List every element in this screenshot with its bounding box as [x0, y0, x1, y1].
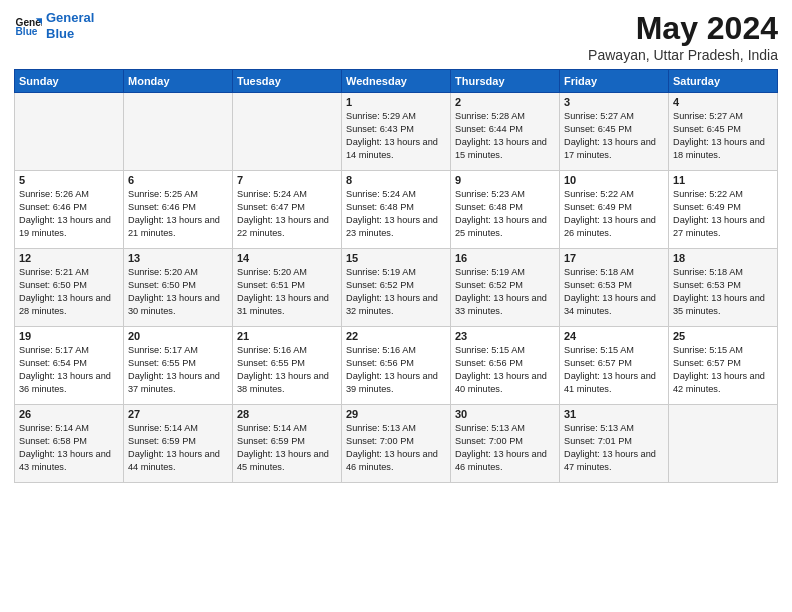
header: General Blue GeneralBlue May 2024 Pawaya… [14, 10, 778, 63]
day-info: Sunrise: 5:29 AMSunset: 6:43 PMDaylight:… [346, 110, 446, 162]
day-number: 31 [564, 408, 664, 420]
day-number: 19 [19, 330, 119, 342]
day-info: Sunrise: 5:26 AMSunset: 6:46 PMDaylight:… [19, 188, 119, 240]
day-cell: 4Sunrise: 5:27 AMSunset: 6:45 PMDaylight… [669, 93, 778, 171]
day-number: 6 [128, 174, 228, 186]
location: Pawayan, Uttar Pradesh, India [588, 47, 778, 63]
day-info: Sunrise: 5:15 AMSunset: 6:56 PMDaylight:… [455, 344, 555, 396]
day-info: Sunrise: 5:27 AMSunset: 6:45 PMDaylight:… [673, 110, 773, 162]
day-number: 25 [673, 330, 773, 342]
day-cell: 21Sunrise: 5:16 AMSunset: 6:55 PMDayligh… [233, 327, 342, 405]
col-thursday: Thursday [451, 70, 560, 93]
calendar-container: General Blue GeneralBlue May 2024 Pawaya… [0, 0, 792, 612]
day-cell: 18Sunrise: 5:18 AMSunset: 6:53 PMDayligh… [669, 249, 778, 327]
day-info: Sunrise: 5:20 AMSunset: 6:50 PMDaylight:… [128, 266, 228, 318]
day-number: 27 [128, 408, 228, 420]
day-cell: 23Sunrise: 5:15 AMSunset: 6:56 PMDayligh… [451, 327, 560, 405]
day-number: 5 [19, 174, 119, 186]
col-friday: Friday [560, 70, 669, 93]
day-number: 2 [455, 96, 555, 108]
logo-text: GeneralBlue [46, 10, 94, 41]
day-number: 13 [128, 252, 228, 264]
col-monday: Monday [124, 70, 233, 93]
day-info: Sunrise: 5:27 AMSunset: 6:45 PMDaylight:… [564, 110, 664, 162]
day-number: 17 [564, 252, 664, 264]
day-cell: 16Sunrise: 5:19 AMSunset: 6:52 PMDayligh… [451, 249, 560, 327]
day-info: Sunrise: 5:22 AMSunset: 6:49 PMDaylight:… [673, 188, 773, 240]
week-row-5: 26Sunrise: 5:14 AMSunset: 6:58 PMDayligh… [15, 405, 778, 483]
day-cell: 17Sunrise: 5:18 AMSunset: 6:53 PMDayligh… [560, 249, 669, 327]
day-cell: 9Sunrise: 5:23 AMSunset: 6:48 PMDaylight… [451, 171, 560, 249]
day-info: Sunrise: 5:13 AMSunset: 7:00 PMDaylight:… [455, 422, 555, 474]
day-info: Sunrise: 5:24 AMSunset: 6:48 PMDaylight:… [346, 188, 446, 240]
col-wednesday: Wednesday [342, 70, 451, 93]
day-info: Sunrise: 5:17 AMSunset: 6:55 PMDaylight:… [128, 344, 228, 396]
day-number: 1 [346, 96, 446, 108]
month-title: May 2024 [588, 10, 778, 47]
day-cell: 5Sunrise: 5:26 AMSunset: 6:46 PMDaylight… [15, 171, 124, 249]
day-number: 29 [346, 408, 446, 420]
day-cell [669, 405, 778, 483]
day-info: Sunrise: 5:18 AMSunset: 6:53 PMDaylight:… [564, 266, 664, 318]
day-number: 16 [455, 252, 555, 264]
day-cell: 2Sunrise: 5:28 AMSunset: 6:44 PMDaylight… [451, 93, 560, 171]
day-info: Sunrise: 5:16 AMSunset: 6:55 PMDaylight:… [237, 344, 337, 396]
day-number: 3 [564, 96, 664, 108]
calendar-table: Sunday Monday Tuesday Wednesday Thursday… [14, 69, 778, 483]
day-number: 15 [346, 252, 446, 264]
day-cell: 27Sunrise: 5:14 AMSunset: 6:59 PMDayligh… [124, 405, 233, 483]
day-number: 26 [19, 408, 119, 420]
day-info: Sunrise: 5:21 AMSunset: 6:50 PMDaylight:… [19, 266, 119, 318]
day-cell: 25Sunrise: 5:15 AMSunset: 6:57 PMDayligh… [669, 327, 778, 405]
day-cell: 26Sunrise: 5:14 AMSunset: 6:58 PMDayligh… [15, 405, 124, 483]
day-info: Sunrise: 5:15 AMSunset: 6:57 PMDaylight:… [564, 344, 664, 396]
col-saturday: Saturday [669, 70, 778, 93]
day-number: 8 [346, 174, 446, 186]
day-cell: 19Sunrise: 5:17 AMSunset: 6:54 PMDayligh… [15, 327, 124, 405]
day-info: Sunrise: 5:13 AMSunset: 7:00 PMDaylight:… [346, 422, 446, 474]
day-number: 30 [455, 408, 555, 420]
week-row-2: 5Sunrise: 5:26 AMSunset: 6:46 PMDaylight… [15, 171, 778, 249]
day-number: 10 [564, 174, 664, 186]
col-tuesday: Tuesday [233, 70, 342, 93]
day-cell [233, 93, 342, 171]
title-area: May 2024 Pawayan, Uttar Pradesh, India [588, 10, 778, 63]
day-info: Sunrise: 5:24 AMSunset: 6:47 PMDaylight:… [237, 188, 337, 240]
day-info: Sunrise: 5:14 AMSunset: 6:59 PMDaylight:… [128, 422, 228, 474]
day-number: 18 [673, 252, 773, 264]
day-cell: 13Sunrise: 5:20 AMSunset: 6:50 PMDayligh… [124, 249, 233, 327]
day-cell: 11Sunrise: 5:22 AMSunset: 6:49 PMDayligh… [669, 171, 778, 249]
header-row: Sunday Monday Tuesday Wednesday Thursday… [15, 70, 778, 93]
day-info: Sunrise: 5:18 AMSunset: 6:53 PMDaylight:… [673, 266, 773, 318]
day-cell: 22Sunrise: 5:16 AMSunset: 6:56 PMDayligh… [342, 327, 451, 405]
svg-text:Blue: Blue [16, 26, 38, 37]
day-number: 23 [455, 330, 555, 342]
day-info: Sunrise: 5:17 AMSunset: 6:54 PMDaylight:… [19, 344, 119, 396]
week-row-1: 1Sunrise: 5:29 AMSunset: 6:43 PMDaylight… [15, 93, 778, 171]
day-info: Sunrise: 5:23 AMSunset: 6:48 PMDaylight:… [455, 188, 555, 240]
day-cell [15, 93, 124, 171]
day-cell: 7Sunrise: 5:24 AMSunset: 6:47 PMDaylight… [233, 171, 342, 249]
col-sunday: Sunday [15, 70, 124, 93]
day-info: Sunrise: 5:19 AMSunset: 6:52 PMDaylight:… [455, 266, 555, 318]
day-cell: 20Sunrise: 5:17 AMSunset: 6:55 PMDayligh… [124, 327, 233, 405]
day-cell: 3Sunrise: 5:27 AMSunset: 6:45 PMDaylight… [560, 93, 669, 171]
day-info: Sunrise: 5:28 AMSunset: 6:44 PMDaylight:… [455, 110, 555, 162]
day-cell: 31Sunrise: 5:13 AMSunset: 7:01 PMDayligh… [560, 405, 669, 483]
week-row-4: 19Sunrise: 5:17 AMSunset: 6:54 PMDayligh… [15, 327, 778, 405]
day-cell: 1Sunrise: 5:29 AMSunset: 6:43 PMDaylight… [342, 93, 451, 171]
day-number: 11 [673, 174, 773, 186]
logo-icon: General Blue [14, 12, 42, 40]
day-info: Sunrise: 5:15 AMSunset: 6:57 PMDaylight:… [673, 344, 773, 396]
day-number: 9 [455, 174, 555, 186]
day-info: Sunrise: 5:13 AMSunset: 7:01 PMDaylight:… [564, 422, 664, 474]
day-number: 24 [564, 330, 664, 342]
day-number: 28 [237, 408, 337, 420]
day-cell: 28Sunrise: 5:14 AMSunset: 6:59 PMDayligh… [233, 405, 342, 483]
day-info: Sunrise: 5:22 AMSunset: 6:49 PMDaylight:… [564, 188, 664, 240]
day-number: 7 [237, 174, 337, 186]
day-cell: 8Sunrise: 5:24 AMSunset: 6:48 PMDaylight… [342, 171, 451, 249]
day-info: Sunrise: 5:19 AMSunset: 6:52 PMDaylight:… [346, 266, 446, 318]
day-cell: 24Sunrise: 5:15 AMSunset: 6:57 PMDayligh… [560, 327, 669, 405]
logo: General Blue GeneralBlue [14, 10, 94, 41]
